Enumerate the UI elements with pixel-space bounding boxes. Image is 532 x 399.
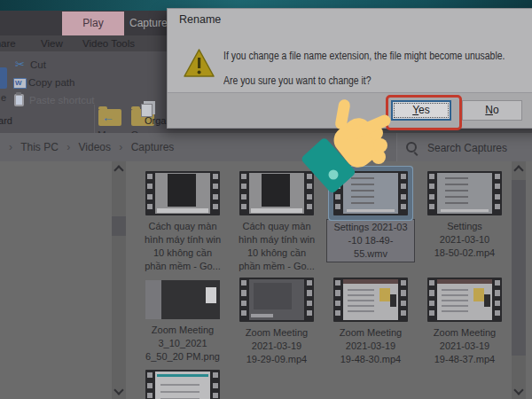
video-thumbnail — [145, 171, 220, 215]
warning-icon — [183, 47, 215, 80]
dialog-question: Are you sure you want to change it? — [223, 74, 372, 87]
video-thumbnail — [427, 171, 502, 215]
breadcrumb: › This PC › Videos › Captures — [4, 133, 174, 161]
video-thumbnail — [427, 278, 502, 322]
dialog-message: If you change a file name extension, the… — [223, 50, 505, 62]
video-thumbnail — [145, 370, 220, 399]
breadcrumb-videos[interactable]: Videos — [79, 141, 111, 153]
chevron-down-icon[interactable] — [513, 385, 523, 395]
file-tile-partial[interactable] — [140, 370, 225, 399]
rename-edit-box[interactable]: Settings 2021-03-10 18-49- 55.wmv — [326, 219, 415, 262]
hand-pointer-icon — [301, 90, 421, 208]
film-sprockets — [147, 174, 153, 213]
film-sprockets — [147, 372, 153, 399]
file-tile[interactable]: Zoom Meeting3_10_2021 6_50_20 PM.png — [140, 278, 225, 364]
tab-play[interactable]: Play — [62, 12, 124, 35]
film-sprockets — [241, 280, 246, 319]
file-name: Zoom Meeting2021-03-19 19-29-09.mp4 — [234, 326, 319, 366]
file-name: Zoom Meeting2021-03-19 19-48-30.mp4 — [328, 326, 413, 366]
cut-icon: ✂ — [15, 58, 25, 71]
file-name: Zoom Meeting2021-03-19 19-48-37.mp4 — [422, 326, 507, 366]
file-name: Cách quay mànhình máy tính win 10 không … — [234, 220, 319, 273]
dialog-title: Rename — [179, 13, 221, 26]
navigation-pane-scrollbar[interactable] — [112, 161, 126, 399]
file-tile[interactable]: Zoom Meeting2021-03-19 19-29-09.mp4 — [234, 278, 319, 366]
film-sprockets — [401, 280, 406, 319]
film-sprockets — [335, 280, 340, 319]
file-tile[interactable]: Zoom Meeting2021-03-19 19-48-30.mp4 — [328, 278, 413, 366]
file-tile[interactable]: Cách quay mànhình máy tính win 10 không … — [140, 171, 225, 273]
vertical-scrollbar[interactable] — [512, 161, 526, 399]
scrollbar-thumb[interactable] — [512, 180, 526, 356]
pin-icon — [0, 67, 7, 89]
breadcrumb-separator-icon: › — [113, 141, 128, 153]
file-tile[interactable]: Settings2021-03-10 18-50-02.mp4 — [422, 171, 507, 260]
file-name: Zoom Meeting3_10_2021 6_50_20 PM.png — [140, 324, 225, 364]
paste-shortcut-icon — [14, 94, 24, 106]
copy-path-icon: W — [13, 78, 27, 89]
arrow-left-icon: ← — [102, 111, 114, 123]
video-thumbnail — [239, 278, 314, 322]
film-sprockets — [429, 280, 434, 319]
breadcrumb-separator-icon: › — [61, 141, 75, 153]
film-sprockets — [429, 174, 434, 213]
chevron-up-icon[interactable] — [113, 165, 123, 175]
file-name: Settings2021-03-10 18-50-02.mp4 — [422, 220, 507, 260]
search-input[interactable] — [426, 137, 527, 159]
breadcrumb-this-pc[interactable]: This PC — [20, 141, 59, 153]
folder-move-icon: ← — [98, 109, 121, 126]
no-button[interactable]: No — [462, 100, 522, 121]
file-tile[interactable]: Zoom Meeting2021-03-19 19-48-37.mp4 — [422, 278, 507, 366]
film-sprockets — [307, 280, 312, 319]
film-sprockets — [241, 174, 246, 213]
breadcrumb-captures[interactable]: Captures — [131, 141, 175, 153]
image-thumbnail — [145, 280, 220, 319]
film-sprockets — [495, 174, 500, 213]
video-thumbnail — [333, 278, 408, 322]
partial-label: e — [1, 92, 6, 103]
address-bar: › This PC › Videos › Captures — [0, 133, 532, 162]
scrollbar-thumb[interactable] — [112, 216, 126, 236]
chevron-down-icon[interactable] — [113, 385, 123, 395]
file-list-area: Cách quay mànhình máy tính win 10 không … — [0, 161, 532, 399]
chevron-up-icon[interactable] — [513, 165, 523, 175]
film-sprockets — [495, 280, 500, 319]
tab-share[interactable]: Share — [0, 35, 16, 51]
pin-to-quick-access-partial-button[interactable]: e — [0, 55, 9, 108]
breadcrumb-separator-icon: › — [4, 141, 18, 153]
tab-video-tools[interactable]: Video Tools — [82, 35, 135, 51]
tab-view[interactable]: View — [41, 35, 63, 51]
film-sprockets — [213, 372, 218, 399]
clipboard-group-label: Clipboard — [0, 115, 12, 126]
file-name: Cách quay mànhình máy tính win 10 không … — [140, 220, 225, 273]
film-sprockets — [213, 174, 218, 213]
screenshot-root: Play Captures Share View Video Tools e ✂… — [0, 0, 532, 399]
